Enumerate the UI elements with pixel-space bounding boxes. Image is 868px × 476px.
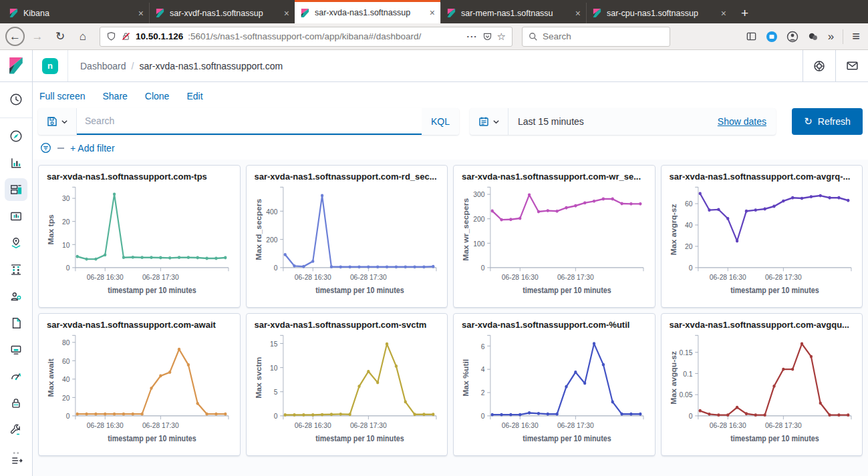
time-picker-calendar-button[interactable] [470,108,509,135]
add-filter-link[interactable]: + Add filter [70,143,115,154]
browser-search-bar[interactable] [522,27,670,47]
kibana-header: n Dashboard / sar-xvda-nas1.softnassuppo… [0,50,868,82]
refresh-button[interactable]: ↻ Refresh [792,108,863,135]
dashboard-panel: sar-xvda-nas1.softnassupport.com-avgqu..… [661,313,863,456]
sidebar-item-apm[interactable] [5,365,27,388]
query-language-button[interactable]: KQL [422,108,459,135]
tab-close-icon[interactable]: × [138,8,144,19]
svg-text:Max tps: Max tps [47,214,55,244]
dashboard-action-links: Full screen Share Clone Edit [33,82,868,107]
sidebar-item-canvas[interactable] [5,205,27,228]
sidebar-toggle-icon[interactable] [746,31,757,42]
panel-title: sar-xvda-nas1.softnassupport.com-await [47,320,233,330]
sidebar-item-dashboard[interactable] [5,178,27,201]
collapse-menu-icon [10,454,23,467]
svg-text:timestamp per 10 minutes: timestamp per 10 minutes [730,434,819,443]
show-dates-link[interactable]: Show dates [718,116,776,127]
tab-close-icon[interactable]: × [721,8,726,19]
saved-query-button[interactable] [38,108,77,135]
sidebar-collapse-button[interactable] [5,452,28,469]
sidebar-item-visualize[interactable] [5,152,27,174]
hamburger-menu-icon[interactable]: ≡ [852,29,860,44]
breadcrumb-dashboard[interactable]: Dashboard [80,61,126,71]
svg-text:0: 0 [688,412,692,421]
toolbar-overflow-icon[interactable]: » [828,30,834,43]
svg-text:0: 0 [481,412,485,421]
url-bar[interactable]: 10.50.1.126 :5601/s/nas1-softnassupport-… [100,27,513,47]
sidebar-item-recently-viewed[interactable] [5,88,27,111]
extension-paw-icon[interactable] [807,31,819,43]
browser-tab[interactable]: sar-xvdf-nas1.softnassup × [149,3,295,23]
browser-tab[interactable]: Kibana × [3,3,149,23]
bookmark-star-icon[interactable]: ☆ [497,31,506,43]
kibana-header-actions [803,50,868,81]
page-actions-icon[interactable]: ··· [467,31,478,41]
svg-text:40: 40 [62,375,69,383]
recently-viewed-icon [9,93,23,106]
tracking-protection-shield-icon[interactable] [106,31,116,41]
account-icon[interactable] [786,31,799,43]
sidebar-item-siem[interactable] [5,392,27,415]
share-link[interactable]: Share [102,91,127,101]
reload-button[interactable]: ↻ [50,27,70,47]
tab-close-icon[interactable]: × [575,8,581,19]
forward-button[interactable]: → [27,27,47,47]
panel-title: sar-xvda-nas1.softnassupport.com-tps [47,172,233,182]
help-life-ring-icon [813,60,825,72]
sidebar-item-maps[interactable] [5,232,27,254]
tab-title: sar-cpu-nas1.softnassup [607,9,716,18]
screen-capture-icon[interactable] [766,31,778,43]
discover-icon [9,130,23,143]
svg-text:0.1: 0.1 [683,369,692,378]
sidebar-divider [0,117,32,118]
visualize-icon [9,156,23,170]
svg-text:timestamp per 10 minutes: timestamp per 10 minutes [523,286,611,294]
filter-icon[interactable] [40,142,51,154]
tab-title: sar-xvdf-nas1.softnassup [170,9,279,18]
new-tab-button[interactable]: + [732,6,758,23]
tab-close-icon[interactable]: × [284,8,289,19]
help-button[interactable] [803,50,835,81]
sidebar-item-logs[interactable] [5,312,27,334]
tab-title: sar-mem-nas1.softnassu [461,9,571,18]
kibana-favicon [300,8,310,18]
svg-text:06-28 17:30: 06-28 17:30 [349,272,386,281]
canvas-icon [9,210,23,223]
svg-text:4: 4 [481,365,485,374]
sidebar-item-discover[interactable] [5,125,27,148]
space-avatar[interactable]: n [42,58,58,74]
browser-tab[interactable]: sar-cpu-nas1.softnassup × [586,3,732,23]
svg-text:Max avgqu-sz: Max avgqu-sz [670,351,677,405]
apm-icon [9,370,23,383]
svg-text:30: 30 [62,194,69,203]
home-button[interactable]: ⌂ [73,27,93,47]
line-chart: 020040006-28 16:3006-28 17:30Max rd_secp… [253,183,441,306]
toolbar-separator [843,29,843,44]
sidebar-item-machine-learning[interactable] [5,258,27,281]
pocket-icon[interactable] [482,31,492,41]
sidebar-item-uptime[interactable] [5,338,27,361]
dashboard-panel: sar-xvda-nas1.softnassupport.com-await02… [38,313,241,456]
breadcrumb: Dashboard / sar-xvda-nas1.softnassupport… [67,50,283,81]
sidebar-item-graph[interactable] [5,285,27,308]
svg-text:06-28 16:30: 06-28 16:30 [87,421,124,429]
time-range-value[interactable]: Last 15 minutes [509,116,718,127]
insecure-lock-icon[interactable] [121,31,131,41]
browser-tab[interactable]: sar-mem-nas1.softnassu × [440,3,586,23]
browser-tab-bar: Kibana × sar-xvdf-nas1.softnassup × sar-… [0,0,868,23]
back-button[interactable]: ← [5,27,25,46]
dashboard-grid: sar-xvda-nas1.softnassupport.com-tps0102… [33,160,868,476]
full-screen-link[interactable]: Full screen [39,91,85,101]
kibana-logo[interactable] [0,50,33,81]
clone-link[interactable]: Clone [145,91,170,101]
tab-close-icon[interactable]: × [430,7,435,18]
edit-link[interactable]: Edit [186,91,202,101]
panel-title: sar-xvda-nas1.softnassupport.com-%util [462,320,648,330]
sidebar-item-dev-tools[interactable] [5,419,27,441]
kibana-favicon [9,8,19,18]
newsfeed-button[interactable] [835,50,868,81]
browser-tab-active[interactable]: sar-xvda-nas1.softnassup × [295,0,440,23]
kql-search-input[interactable] [77,115,422,126]
browser-search-input[interactable] [543,31,643,41]
svg-text:06-28 17:30: 06-28 17:30 [349,421,386,429]
